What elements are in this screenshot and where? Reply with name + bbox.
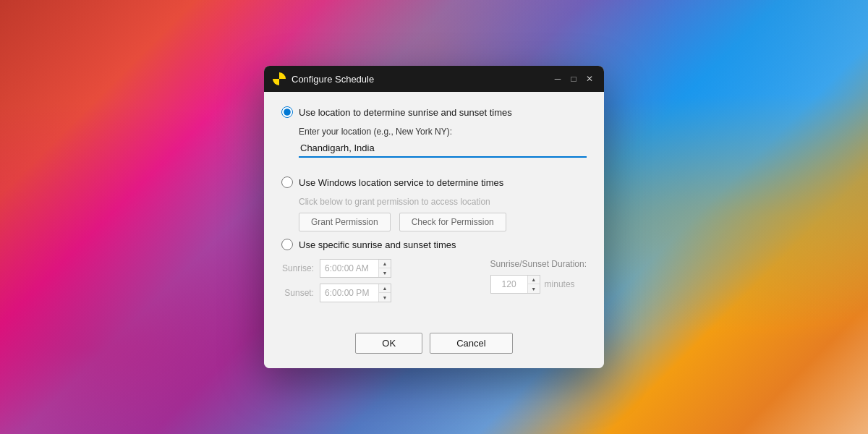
times-column: Sunrise: ▲ ▼ Sunset:: [281, 259, 476, 308]
radio-option-location[interactable]: Use location to determine sunrise and su…: [281, 106, 587, 118]
location-section: Enter your location (e.g., New York NY):: [299, 127, 587, 158]
duration-increment[interactable]: ▲: [528, 276, 540, 284]
check-permission-button[interactable]: Check for Permission: [399, 213, 506, 231]
permission-buttons: Grant Permission Check for Permission: [299, 213, 587, 231]
sunset-increment[interactable]: ▲: [379, 284, 391, 293]
radio-location[interactable]: [281, 106, 293, 118]
window-controls: ─ □ ✕: [552, 73, 595, 85]
app-icon: [273, 72, 286, 85]
title-bar: Configure Schedule ─ □ ✕: [264, 66, 604, 92]
dialog-title: Configure Schedule: [292, 74, 546, 85]
sunrise-input-wrapper: ▲ ▼: [320, 259, 391, 278]
minimize-button[interactable]: ─: [552, 73, 563, 85]
sunrise-spinners: ▲ ▼: [378, 260, 391, 277]
close-button[interactable]: ✕: [584, 73, 595, 85]
times-duration-wrapper: Sunrise: ▲ ▼ Sunset:: [281, 259, 587, 308]
location-input-label: Enter your location (e.g., New York NY):: [299, 127, 587, 137]
radio-specific[interactable]: [281, 239, 293, 250]
dialog-content: Use location to determine sunrise and su…: [264, 92, 604, 323]
dialog-overlay: Configure Schedule ─ □ ✕ Use location to…: [0, 0, 868, 434]
grant-permission-button[interactable]: Grant Permission: [299, 213, 391, 231]
configure-schedule-dialog: Configure Schedule ─ □ ✕ Use location to…: [264, 66, 604, 368]
radio-option-specific[interactable]: Use specific sunrise and sunset times: [281, 239, 587, 250]
ok-button[interactable]: OK: [355, 333, 422, 354]
radio-windows-location-label: Use Windows location service to determin…: [299, 177, 503, 188]
duration-input-wrapper: ▲ ▼: [490, 275, 540, 294]
radio-location-label: Use location to determine sunrise and su…: [299, 107, 512, 118]
sunset-decrement[interactable]: ▼: [379, 293, 391, 302]
permission-hint: Click below to grant permission to acces…: [299, 197, 587, 207]
radio-windows-location[interactable]: [281, 176, 293, 188]
duration-unit: minutes: [545, 279, 575, 289]
location-input[interactable]: [299, 140, 587, 158]
duration-decrement[interactable]: ▼: [528, 284, 540, 293]
duration-label: Sunrise/Sunset Duration:: [490, 259, 587, 269]
sunset-label: Sunset:: [281, 288, 314, 298]
maximize-button[interactable]: □: [568, 73, 579, 85]
sunset-input[interactable]: [320, 284, 378, 302]
sunrise-label: Sunrise:: [281, 263, 314, 273]
sunrise-row: Sunrise: ▲ ▼: [281, 259, 476, 278]
duration-input[interactable]: [491, 276, 527, 293]
sunrise-increment[interactable]: ▲: [379, 260, 391, 268]
cancel-button[interactable]: Cancel: [430, 333, 512, 354]
dialog-footer: OK Cancel: [264, 323, 604, 368]
permission-section: Click below to grant permission to acces…: [299, 197, 587, 231]
duration-spinners: ▲ ▼: [527, 276, 540, 293]
sunset-spinners: ▲ ▼: [378, 284, 391, 302]
sunrise-input[interactable]: [320, 260, 378, 277]
radio-specific-label: Use specific sunrise and sunset times: [299, 239, 456, 250]
duration-row: ▲ ▼ minutes: [490, 275, 587, 294]
radio-option-windows-location[interactable]: Use Windows location service to determin…: [281, 176, 587, 188]
sunrise-decrement[interactable]: ▼: [379, 268, 391, 277]
sunset-input-wrapper: ▲ ▼: [320, 284, 391, 302]
duration-column: Sunrise/Sunset Duration: ▲ ▼ minutes: [490, 259, 587, 294]
sunset-row: Sunset: ▲ ▼: [281, 284, 476, 302]
